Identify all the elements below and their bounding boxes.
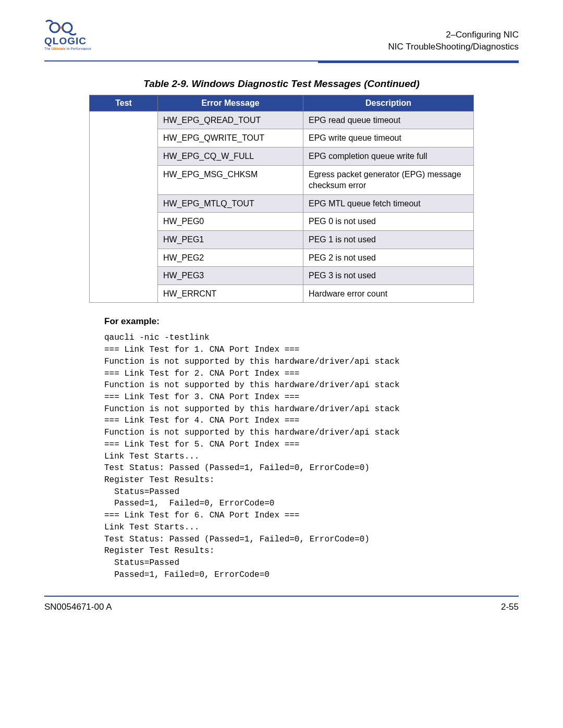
- table-row: HW_ERRCNT Hardware error count: [90, 285, 474, 303]
- footer-pagenum: 2-55: [501, 602, 519, 612]
- cell-desc: PEG 3 is not used: [303, 267, 474, 285]
- table-row: HW_EPG_QWRITE_TOUT EPG write queue timeo…: [90, 129, 474, 147]
- cell-desc: EPG write queue timeout: [303, 129, 474, 147]
- cell-error: HW_EPG_QREAD_TOUT: [158, 111, 303, 129]
- diagnostic-table: Test Error Message Description HW_EPG_QR…: [89, 95, 474, 303]
- cell-test: [90, 129, 158, 147]
- cell-error: HW_PEG1: [158, 231, 303, 249]
- cell-test: [90, 267, 158, 285]
- tagline-suffix: in Performance: [66, 47, 91, 51]
- cell-desc: PEG 1 is not used: [303, 231, 474, 249]
- cell-error: HW_ERRCNT: [158, 285, 303, 303]
- table-row: HW_EPG_MSG_CHKSM Egress packet generator…: [90, 165, 474, 194]
- cell-desc: PEG 0 is not used: [303, 213, 474, 231]
- cell-desc: Egress packet generator (EPG) message ch…: [303, 165, 474, 194]
- cell-test: [90, 231, 158, 249]
- svg-point-2: [60, 27, 63, 29]
- cell-test: [90, 111, 158, 129]
- cell-error: HW_EPG_QWRITE_TOUT: [158, 129, 303, 147]
- cell-desc: EPG MTL queue fetch timeout: [303, 194, 474, 213]
- table-row: HW_PEG0 PEG 0 is not used: [90, 213, 474, 231]
- cell-error: HW_EPG_MTLQ_TOUT: [158, 194, 303, 213]
- th-test: Test: [90, 95, 158, 111]
- page-header: QLOGIC The Ultimate in Performance 2–Con…: [44, 20, 519, 59]
- cell-desc: Hardware error count: [303, 285, 474, 303]
- cell-test: [90, 213, 158, 231]
- table-row: HW_PEG2 PEG 2 is not used: [90, 249, 474, 267]
- page: QLOGIC The Ultimate in Performance 2–Con…: [0, 0, 563, 728]
- example-output: qaucli -nic -testlink === Link Test for …: [104, 332, 519, 581]
- cell-error: HW_EPG_MSG_CHKSM: [158, 165, 303, 194]
- cell-test: [90, 249, 158, 267]
- tagline-prefix: The: [44, 47, 52, 51]
- header-chapter: 2–Configuring NIC: [388, 29, 519, 41]
- svg-point-0: [50, 23, 59, 32]
- cell-error: HW_PEG0: [158, 213, 303, 231]
- table-row: HW_EPG_CQ_W_FULL EPG completion queue wr…: [90, 147, 474, 166]
- logo-tagline: The Ultimate in Performance: [44, 47, 91, 51]
- example-label: For example:: [104, 316, 519, 327]
- header-context: 2–Configuring NIC NIC TroubleShooting/Di…: [388, 29, 519, 53]
- cell-test: [90, 285, 158, 303]
- header-section: NIC TroubleShooting/Diagnostics: [388, 41, 519, 53]
- cell-error: HW_PEG2: [158, 249, 303, 267]
- svg-point-1: [63, 23, 72, 32]
- cell-test: [90, 165, 158, 194]
- table-header-row: Test Error Message Description: [90, 95, 474, 111]
- header-rule: [44, 60, 519, 61]
- th-error: Error Message: [158, 95, 303, 111]
- cell-test: [90, 194, 158, 213]
- cell-desc: PEG 2 is not used: [303, 249, 474, 267]
- tagline-highlight: Ultimate: [52, 47, 66, 51]
- qlogic-logo-icon: [44, 20, 85, 35]
- cell-error: HW_EPG_CQ_W_FULL: [158, 147, 303, 166]
- table-row: HW_EPG_MTLQ_TOUT EPG MTL queue fetch tim…: [90, 194, 474, 213]
- logo-block: QLOGIC The Ultimate in Performance: [44, 20, 91, 51]
- cell-error: HW_PEG3: [158, 267, 303, 285]
- table-row: HW_EPG_QREAD_TOUT EPG read queue timeout: [90, 111, 474, 129]
- footer-docid: SN0054671-00 A: [44, 602, 112, 612]
- table-row: HW_PEG3 PEG 3 is not used: [90, 267, 474, 285]
- cell-desc: EPG read queue timeout: [303, 111, 474, 129]
- cell-test: [90, 147, 158, 166]
- table-row: HW_PEG1 PEG 1 is not used: [90, 231, 474, 249]
- cell-desc: EPG completion queue write full: [303, 147, 474, 166]
- page-footer: SN0054671-00 A 2-55: [44, 597, 519, 612]
- th-desc: Description: [303, 95, 474, 111]
- logo-name: QLOGIC: [44, 35, 91, 47]
- table-caption: Table 2-9. Windows Diagnostic Test Messa…: [44, 78, 519, 90]
